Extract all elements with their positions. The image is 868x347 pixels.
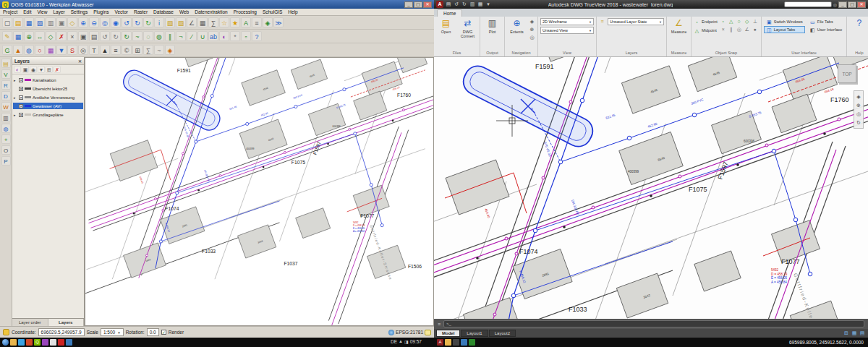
add-vector-icon[interactable]: V (1, 69, 11, 79)
new-layer-icon[interactable]: + (1, 134, 11, 144)
named-view-dropdown[interactable]: Unsaved View▼ (540, 27, 594, 34)
search-icon[interactable]: ◎ (833, 2, 837, 7)
qat-undo-icon[interactable]: ↺ (453, 1, 460, 8)
user-interface-button[interactable]: ◧User Interface (807, 26, 845, 33)
clock[interactable]: 09:57 (410, 339, 422, 344)
zoom-in-icon[interactable]: ⊕ (78, 17, 88, 27)
add-ring-icon[interactable]: ◌ (143, 31, 153, 41)
notes-icon[interactable] (50, 339, 56, 346)
print-composer-icon[interactable]: ▥ (46, 17, 56, 27)
command-input[interactable]: >_ (443, 320, 864, 327)
workspace-icon[interactable]: ▤ (859, 330, 866, 337)
minimize-button[interactable]: _ (838, 1, 847, 8)
split-features-icon[interactable]: ∕ (187, 31, 197, 41)
layer-visibility-checkbox[interactable]: ✕ (19, 78, 23, 82)
plot-button[interactable]: ▥ Plot (482, 18, 502, 34)
dwg-convert-button[interactable]: ⇄ DWG Convert (458, 18, 477, 38)
zoom-out-icon[interactable]: ⊖ (89, 17, 99, 27)
folder-icon[interactable] (445, 339, 451, 346)
tab-model[interactable]: Model (436, 330, 460, 337)
fullnav-wheel-icon[interactable]: ◈ (856, 93, 862, 100)
maximize-button[interactable]: ▢ (414, 1, 422, 8)
infocenter-search-input[interactable] (784, 1, 832, 7)
add-delimited-icon[interactable]: ▥ (1, 113, 11, 122)
new-project-icon[interactable]: ▢ (2, 17, 12, 27)
menu-item[interactable]: Layer (50, 9, 67, 14)
north-arrow-icon[interactable]: ▲ (100, 45, 110, 55)
deselect-icon[interactable]: ▧ (176, 17, 186, 27)
menu-item[interactable]: Plugins (90, 9, 111, 14)
coordinate-capture-icon[interactable] (3, 329, 9, 335)
tray-volume-icon[interactable]: ◨ (404, 339, 409, 344)
gdal-icon[interactable]: ▲ (13, 45, 23, 55)
switch-windows-button[interactable]: ▣Switch Windows (764, 18, 805, 25)
panel-close-icon[interactable]: ✕ (78, 59, 82, 64)
help-icon[interactable]: ? (252, 31, 262, 41)
viewcube[interactable]: TOP (838, 64, 856, 83)
layer-item[interactable]: ✕Gewässer (AV) (13, 103, 83, 109)
filter-legend-icon[interactable]: ▼ (38, 66, 45, 73)
doc-icon[interactable] (461, 339, 467, 346)
tab-home[interactable]: Home (437, 9, 462, 17)
settings-icon[interactable] (66, 339, 72, 346)
simplify-feature-icon[interactable]: ~ (132, 31, 142, 41)
add-osm-icon[interactable]: O (1, 145, 11, 155)
tab-layout1[interactable]: Layout1 (461, 330, 488, 337)
menu-item[interactable]: Database (150, 9, 176, 14)
minimize-button[interactable]: _ (404, 1, 413, 8)
measure-button[interactable]: ∠ Measure (669, 18, 689, 34)
menu-item[interactable]: Help (285, 9, 300, 14)
add-postgis-icon[interactable]: P (1, 156, 11, 166)
qgis-icon[interactable]: Q (34, 339, 41, 346)
render-checkbox[interactable]: ✓ (161, 330, 166, 335)
snap-nearest-icon[interactable]: ● (752, 26, 759, 33)
add-group-icon[interactable]: ▣ (22, 66, 29, 73)
add-spatialite-icon[interactable]: ◍ (1, 124, 11, 133)
data-extract-icon[interactable]: ▼ (56, 45, 67, 55)
paste-features-icon[interactable]: ▤ (89, 31, 99, 41)
manage-visibility-icon[interactable]: ◉ (30, 66, 37, 73)
rotation-input[interactable]: 0.0 (147, 328, 159, 336)
visual-style-dropdown[interactable]: 2D Wireframe▼ (540, 18, 594, 25)
truview-icon[interactable]: A (437, 339, 443, 346)
qat-dropdown-icon[interactable]: ▾ (485, 1, 492, 8)
snap-toggle-icon[interactable]: ▦ (851, 330, 858, 337)
save-as-icon[interactable]: ▧ (35, 17, 45, 27)
tray-up-icon[interactable]: ▲ (399, 339, 403, 344)
scalebar-icon[interactable]: ≡ (111, 45, 121, 55)
zoom-last-icon[interactable]: ↺ (122, 17, 132, 27)
coordinate-capture-icon[interactable]: ◎ (78, 45, 88, 55)
layer-visibility-checkbox[interactable]: ✕ (19, 104, 23, 108)
openlayers-icon[interactable]: ○ (35, 45, 45, 55)
layer-item[interactable]: ▸✕Grundlagepläne (13, 111, 83, 118)
endpoint-snap-button[interactable]: ▫Endpoint (694, 18, 718, 25)
remove-layer-icon[interactable]: ✗ (54, 66, 61, 73)
node-tool-icon[interactable]: ◇ (46, 31, 56, 41)
snap-node-icon[interactable]: ◇ (744, 18, 751, 25)
expand-arrow-icon[interactable]: ▸ (14, 113, 17, 117)
qat-redo-icon[interactable]: ↻ (461, 1, 468, 8)
layer-state-dropdown[interactable]: Unsaved Layer State▼ (608, 18, 664, 25)
snap-midpoint-icon[interactable]: △ (728, 18, 735, 25)
select-features-icon[interactable]: ▨ (165, 17, 175, 27)
menu-item[interactable]: Processing (231, 9, 260, 14)
explorer-icon[interactable] (10, 339, 17, 346)
nav-orbit-icon[interactable]: ↻ (856, 119, 862, 126)
annotation-icon[interactable]: A (241, 17, 251, 27)
web-icon[interactable]: ◍ (24, 45, 34, 55)
composer-manager-icon[interactable]: ▣ (56, 17, 67, 27)
save-edits-icon[interactable]: ▦ (13, 31, 23, 41)
zoom-layer-icon[interactable]: ◉ (111, 17, 121, 27)
menu-item[interactable]: Project (0, 9, 20, 14)
snap-perpendicular-icon[interactable]: ⊥ (752, 18, 759, 25)
panel-tab-layer-order[interactable]: Layer order (12, 319, 48, 326)
zoom-previous-icon[interactable]: ◎ (529, 34, 535, 40)
merge-features-icon[interactable]: ∪ (197, 31, 208, 41)
labeling-icon[interactable]: ab (208, 31, 218, 41)
georeferencer-icon[interactable]: ◈ (165, 45, 175, 55)
add-raster-icon[interactable]: R (1, 80, 11, 90)
pan-map-icon[interactable]: ◇ (67, 17, 77, 27)
open-project-icon[interactable]: ▤ (13, 17, 23, 27)
layer-visibility-checkbox[interactable]: ✕ (19, 87, 23, 91)
cut-features-icon[interactable]: × (67, 31, 77, 41)
